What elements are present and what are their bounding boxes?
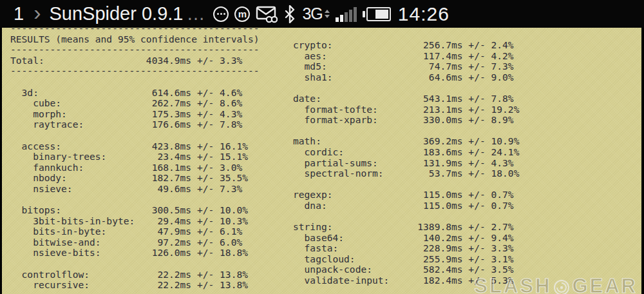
tab-count-button[interactable]: 1 [14, 3, 24, 24]
network-type-label: 3G [302, 5, 322, 23]
slashgear-watermark: SLASH GEAR [474, 275, 638, 294]
watermark-text-right: GEAR [572, 275, 638, 294]
title-truncation: … [186, 3, 205, 24]
battery-icon [363, 7, 391, 21]
m-app-icon: m [234, 6, 250, 22]
data-traffic-arrows-icon [325, 10, 330, 18]
signal-strength-icon [336, 6, 357, 22]
more-options-icon [213, 6, 229, 22]
bluetooth-icon [283, 5, 296, 23]
status-clock: 14:26 [398, 3, 450, 25]
status-icons: m 3G [213, 5, 390, 23]
browser-viewport[interactable]: ----------------------------------------… [2, 0, 641, 294]
results-column-left: ----------------------------------------… [10, 23, 260, 291]
watermark-text-left: SLASH [474, 275, 551, 294]
mail-icon [256, 5, 278, 23]
page-title[interactable]: SunSpider 0.9.1 [49, 3, 183, 24]
chevron-right-icon: › [33, 3, 41, 22]
status-bar[interactable]: 1 › SunSpider 0.9.1 … m 3G 14:26 [0, 0, 644, 28]
mobile-network-icon: 3G [302, 5, 329, 23]
gear-icon [553, 279, 570, 294]
results-column-right: crypto: 256.7ms +/- 2.4% aes: 117.4ms +/… [293, 40, 519, 286]
